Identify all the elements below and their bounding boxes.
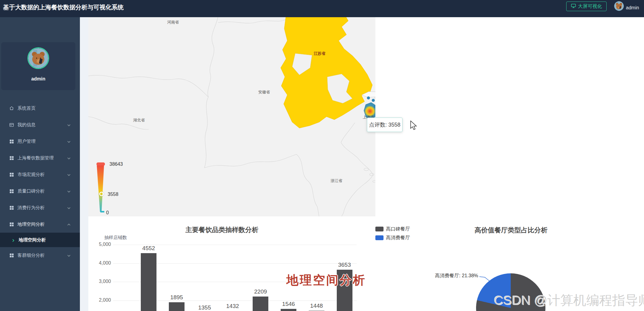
visualmap-handle-bottom[interactable] <box>100 211 104 212</box>
sidebar-item-label: 客群细分分析 <box>17 253 45 258</box>
sidebar-item-label: 消费行为分析 <box>17 205 45 211</box>
bar[interactable] <box>169 302 185 311</box>
visualmap-indicator <box>99 192 104 196</box>
card-icon <box>9 122 14 127</box>
sidebar-item-label: 系统首页 <box>17 105 36 111</box>
grid-icon <box>9 156 14 161</box>
app-screen: 基于大数据的上海餐饮数据分析与可视化系统 大屏可视化 admin admin 系… <box>0 0 644 311</box>
screen-icon <box>571 3 576 10</box>
legend-swatch <box>375 227 384 231</box>
sidebar-item-8[interactable]: 客群细分分析 <box>0 247 80 264</box>
sidebar-item-7[interactable]: 地理空间分析 <box>0 216 80 233</box>
chevron-down-icon <box>67 189 71 193</box>
grid-icon <box>9 172 14 177</box>
sidebar-username: admin <box>1 76 75 82</box>
sidebar-item-label: 用户管理 <box>17 139 36 144</box>
bar[interactable] <box>281 309 296 311</box>
sidebar-subitem-label: 地理空间分析 <box>19 237 46 243</box>
grid-icon <box>9 189 14 194</box>
bar-value-label: 1355 <box>193 304 217 311</box>
legend-item[interactable]: 高口碑餐厅 <box>375 226 410 232</box>
visualmap-max: 38643 <box>109 162 123 167</box>
red-watermark: 地理空间分析 <box>286 272 366 288</box>
province-label: 河南省 <box>167 20 179 24</box>
sidebar-item-0[interactable]: 系统首页 <box>0 100 80 117</box>
sidebar-menu: 系统首页我的信息用户管理上海餐饮数据管理市场宏观分析质量口碑分析消费行为分析地理… <box>0 100 80 264</box>
geo-map[interactable]: 河南省 江苏省 安徽省 湖北省 浙江省 上海市 <box>88 17 375 216</box>
sidebar-item-label: 地理空间分析 <box>17 221 45 227</box>
sidebar-item-label: 上海餐饮数据管理 <box>17 155 54 161</box>
grid-icon <box>9 222 14 227</box>
y-tick-label: 5,000 <box>87 242 111 247</box>
content-gap <box>80 17 88 311</box>
legend-label: 高口碑餐厅 <box>386 226 410 232</box>
province-label: 浙江省 <box>331 178 343 183</box>
bar-value-label: 2209 <box>248 288 273 295</box>
bar-value-label: 4552 <box>137 245 161 252</box>
pie-slice-label: 高消费餐厅: 21.38% <box>433 273 478 279</box>
y-tick-label: 4,000 <box>87 260 111 266</box>
app-title: 基于大数据的上海餐饮数据分析与可视化系统 <box>3 3 124 11</box>
bar-value-label: 1895 <box>165 294 189 301</box>
chevron-down-icon <box>67 156 71 160</box>
bar-value-label: 1546 <box>276 301 301 307</box>
grid-icon <box>9 253 14 258</box>
sidebar-item-2[interactable]: 用户管理 <box>0 133 80 150</box>
chevron-up-icon <box>67 222 71 226</box>
sidebar-item-label: 质量口碑分析 <box>17 188 45 194</box>
chart-legend: 高口碑餐厅高消费餐厅 <box>375 226 410 241</box>
pie-chart-title: 高价值餐厅类型占比分析 <box>451 226 571 235</box>
sidebar-item-4[interactable]: 市场宏观分析 <box>0 166 80 183</box>
sidebar-item-1[interactable]: 我的信息 <box>0 117 80 133</box>
sidebar-item-6[interactable]: 消费行为分析 <box>0 199 80 216</box>
legend-item[interactable]: 高消费餐厅 <box>375 234 410 241</box>
legend-label: 高消费餐厅 <box>386 235 410 241</box>
home-icon <box>9 106 14 111</box>
bar[interactable] <box>253 297 268 311</box>
y-tick-label: 2,000 <box>87 297 111 303</box>
sidebar-item-3[interactable]: 上海餐饮数据管理 <box>0 150 80 166</box>
chevron-down-icon <box>67 123 71 127</box>
bar-value-label: 1432 <box>220 303 245 309</box>
csdn-watermark: CSDN @计算机编程指导师 <box>494 292 644 309</box>
grid-icon <box>9 139 14 144</box>
bar-value-label: 3653 <box>333 262 357 268</box>
bar-value-label: 1448 <box>305 303 329 309</box>
sidebar: admin 系统首页我的信息用户管理上海餐饮数据管理市场宏观分析质量口碑分析消费… <box>0 17 80 311</box>
big-screen-button[interactable]: 大屏可视化 <box>566 2 607 11</box>
sidebar-item-5[interactable]: 质量口碑分析 <box>0 183 80 199</box>
legend-swatch <box>375 235 384 240</box>
header-username[interactable]: admin <box>626 5 639 11</box>
visualmap-current: 3558 <box>108 192 118 197</box>
sidebar-item-label: 市场宏观分析 <box>17 172 45 177</box>
province-label: 湖北省 <box>133 118 145 122</box>
chevron-down-icon <box>67 140 71 143</box>
chevron-down-icon <box>67 206 71 210</box>
chevron-down-icon <box>67 253 71 257</box>
province-label: 安徽省 <box>258 90 270 94</box>
y-axis-name: 抽样店铺数 <box>104 235 127 240</box>
chevron-down-icon <box>67 173 71 177</box>
bar[interactable] <box>141 253 156 311</box>
visualmap-handle-top[interactable] <box>96 162 105 166</box>
big-screen-button-label: 大屏可视化 <box>578 3 602 10</box>
avatar <box>27 47 49 69</box>
visualmap-min: 0 <box>106 210 109 215</box>
sidebar-subitem-active[interactable]: 地理空间分析 <box>0 233 80 247</box>
bar-chart-title: 主要餐饮品类抽样数分析 <box>131 225 312 234</box>
header-bar: 基于大数据的上海餐饮数据分析与可视化系统 大屏可视化 admin <box>0 0 644 17</box>
province-label: 江苏省 <box>314 51 326 56</box>
map-tooltip: 点评数: 3558 <box>367 118 402 132</box>
pie-label-line <box>479 274 497 286</box>
sidebar-item-label: 我的信息 <box>17 122 36 128</box>
province-jiangsu[interactable] <box>281 17 372 128</box>
grid-icon <box>9 205 14 210</box>
mouse-cursor <box>410 121 417 131</box>
avatar[interactable] <box>614 1 624 11</box>
y-tick-label: 3,000 <box>87 279 111 284</box>
chevron-right-icon <box>11 238 15 242</box>
